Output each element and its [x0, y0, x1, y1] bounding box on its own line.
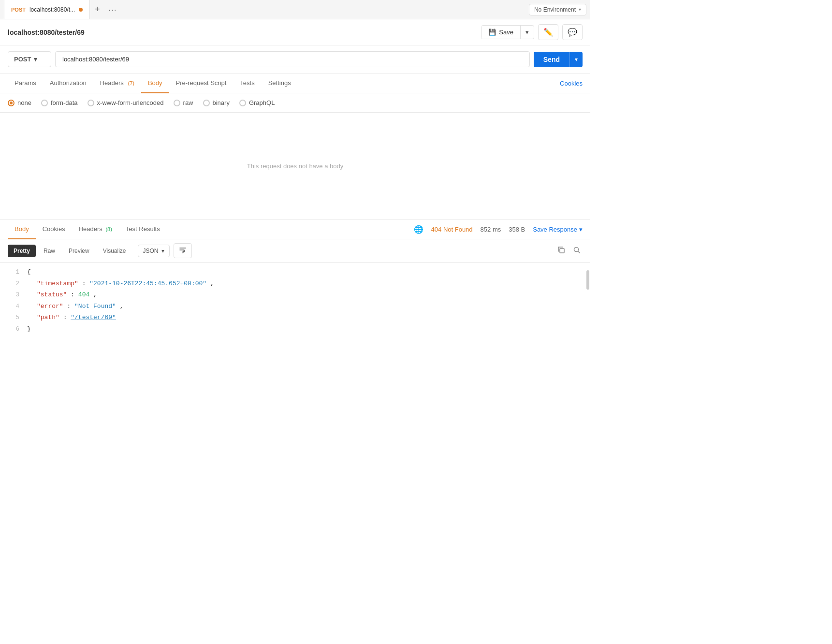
save-response-chevron-icon: ▾ — [579, 226, 583, 233]
scrollbar-thumb[interactable] — [586, 270, 589, 290]
environment-selector[interactable]: No Environment ▾ — [529, 4, 586, 15]
tab-bar: POST localhost:8080/t... + ··· No Enviro… — [0, 0, 590, 19]
copy-icon — [557, 246, 565, 254]
response-tabs-row: Body Cookies Headers (8) Test Results 🌐 … — [0, 220, 590, 239]
req-tabs-right: Cookies — [560, 80, 583, 87]
no-body-text: This request does not have a body — [247, 162, 343, 170]
json-line-3: 3 "status" : 404 , — [0, 289, 590, 301]
json-val-error: "Not Found" — [74, 303, 116, 310]
search-button[interactable] — [571, 244, 583, 258]
method-selector[interactable]: POST ▾ — [8, 51, 51, 67]
tab-unsaved-dot — [79, 8, 83, 12]
body-type-selector: none form-data x-www-form-urlencoded raw… — [0, 93, 590, 113]
send-dropdown-button[interactable]: ▾ — [569, 52, 583, 67]
request-tabs: Params Authorization Headers (7) Body Pr… — [0, 73, 590, 93]
save-button[interactable]: 💾 Save — [482, 26, 521, 39]
json-key-timestamp: "timestamp" — [37, 280, 78, 287]
radio-urlencoded-icon — [88, 100, 94, 106]
json-val-status: 404 — [78, 291, 89, 298]
format-bar: Pretty Raw Preview Visualize JSON ▾ — [0, 239, 590, 263]
send-button-group: Send ▾ — [534, 52, 583, 67]
copy-button[interactable] — [555, 244, 567, 258]
tab-bar-right: No Environment ▾ — [529, 4, 586, 15]
json-line-5: 5 "path" : "/tester/69" — [0, 312, 590, 323]
address-bar-actions: 💾 Save ▾ ✏️ 💬 — [481, 24, 583, 40]
globe-icon: 🌐 — [414, 225, 423, 234]
format-preview-button[interactable]: Preview — [63, 245, 95, 257]
json-val-path[interactable]: "/tester/69" — [71, 314, 116, 321]
body-type-binary[interactable]: binary — [203, 99, 230, 106]
body-type-form-data[interactable]: form-data — [41, 99, 78, 106]
json-key-path: "path" — [37, 314, 59, 321]
body-type-urlencoded[interactable]: x-www-form-urlencoded — [88, 99, 164, 106]
response-time: 852 ms — [481, 226, 501, 233]
chevron-down-icon: ▾ — [579, 7, 581, 12]
address-bar: localhost:8080/tester/69 💾 Save ▾ ✏️ 💬 — [0, 19, 590, 45]
resp-tab-body[interactable]: Body — [8, 220, 36, 239]
json-val-timestamp: "2021-10-26T22:45:45.652+00:00" — [89, 280, 206, 287]
no-body-message: This request does not have a body — [0, 113, 590, 219]
format-pretty-button[interactable]: Pretty — [8, 245, 36, 257]
url-input[interactable] — [55, 51, 530, 67]
resp-tab-cookies[interactable]: Cookies — [36, 220, 72, 239]
tab-headers[interactable]: Headers (7) — [93, 73, 141, 93]
response-meta: 🌐 404 Not Found 852 ms 358 B Save Respon… — [414, 225, 583, 234]
env-label: No Environment — [534, 6, 576, 13]
json-format-label: JSON — [143, 248, 159, 254]
json-viewer: 1 { 2 "timestamp" : "2021-10-26T22:45:45… — [0, 263, 590, 339]
method-label: POST — [14, 56, 31, 63]
send-button[interactable]: Send — [534, 52, 569, 67]
cookies-link[interactable]: Cookies — [560, 80, 583, 87]
resp-tab-headers[interactable]: Headers (8) — [72, 220, 119, 239]
headers-badge: (7) — [126, 80, 134, 86]
radio-graphql-icon — [239, 100, 246, 106]
json-format-chevron-icon: ▾ — [161, 248, 164, 254]
radio-binary-icon — [203, 100, 210, 106]
comment-button[interactable]: 💬 — [562, 24, 583, 40]
method-chevron-icon: ▾ — [34, 56, 37, 63]
more-tabs-button[interactable]: ··· — [105, 6, 121, 14]
save-dropdown-button[interactable]: ▾ — [521, 26, 534, 39]
url-row: POST ▾ Send ▾ — [0, 45, 590, 73]
json-format-selector[interactable]: JSON ▾ — [138, 245, 170, 257]
tab-tests[interactable]: Tests — [233, 73, 261, 93]
format-raw-button[interactable]: Raw — [38, 245, 61, 257]
tab-method: POST — [11, 7, 26, 13]
active-tab[interactable]: POST localhost:8080/t... — [4, 0, 90, 19]
body-type-graphql[interactable]: GraphQL — [239, 99, 275, 106]
radio-raw-icon — [174, 100, 180, 106]
tab-params[interactable]: Params — [8, 73, 43, 93]
json-line-2: 2 "timestamp" : "2021-10-26T22:45:45.652… — [0, 278, 590, 290]
json-line-6: 6 } — [0, 323, 590, 335]
resp-headers-badge: (8) — [104, 226, 112, 232]
word-wrap-button[interactable] — [174, 243, 192, 258]
edit-button[interactable]: ✏️ — [538, 24, 558, 40]
radio-formdata-icon — [41, 100, 48, 106]
json-key-status: "status" — [37, 291, 67, 298]
response-section: Body Cookies Headers (8) Test Results 🌐 … — [0, 219, 590, 339]
body-type-none[interactable]: none — [8, 99, 31, 106]
wrap-icon — [179, 246, 187, 254]
json-line-1: 1 { — [0, 266, 590, 278]
svg-line-2 — [578, 251, 580, 253]
tab-authorization[interactable]: Authorization — [43, 73, 93, 93]
scrollbar-track[interactable] — [585, 263, 589, 339]
response-size: 358 B — [509, 226, 525, 233]
radio-none-icon — [8, 100, 15, 106]
tab-settings[interactable]: Settings — [262, 73, 298, 93]
save-response-button[interactable]: Save Response ▾ — [533, 226, 583, 233]
format-bar-actions — [555, 244, 583, 258]
resp-tab-test-results[interactable]: Test Results — [119, 220, 167, 239]
format-visualize-button[interactable]: Visualize — [97, 245, 132, 257]
save-response-label: Save Response — [533, 226, 577, 233]
tab-pre-request[interactable]: Pre-request Script — [169, 73, 234, 93]
search-icon — [573, 246, 581, 254]
body-type-raw[interactable]: raw — [174, 99, 193, 106]
save-icon: 💾 — [488, 29, 496, 36]
response-status: 404 Not Found — [431, 226, 473, 233]
tab-url: localhost:8080/t... — [29, 6, 75, 13]
add-tab-button[interactable]: + — [90, 4, 105, 15]
tab-body[interactable]: Body — [141, 73, 169, 93]
json-key-error: "error" — [37, 303, 63, 310]
request-title: localhost:8080/tester/69 — [8, 29, 85, 36]
